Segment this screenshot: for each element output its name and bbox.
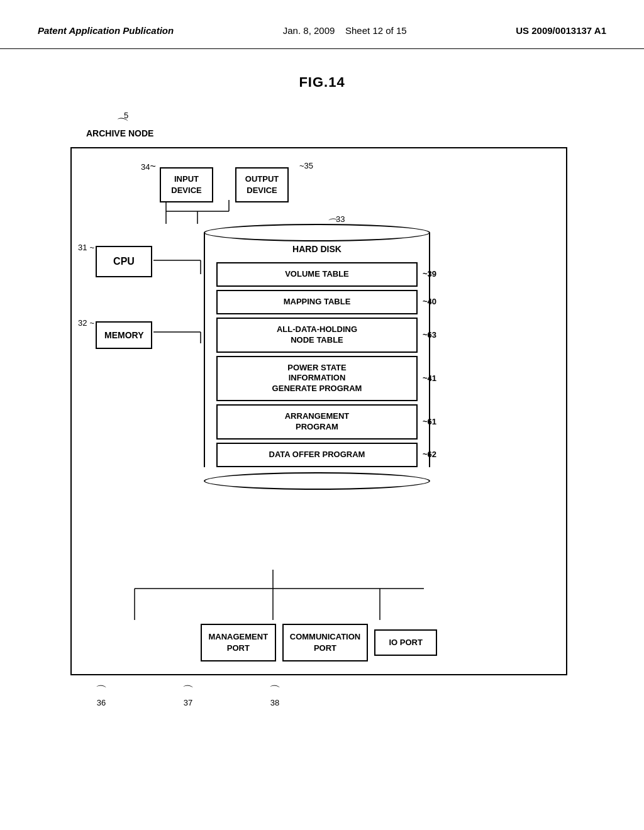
io-port-ref-group: ⌒ 38 [269, 683, 280, 707]
mapping-table-box: MAPPING TABLE ~40 [216, 290, 418, 314]
communication-port-box: COMMUNICATIONPORT [282, 624, 368, 661]
all-data-holding-box: ALL-DATA-HOLDINGNODE TABLE ~63 [216, 318, 418, 353]
output-device-box: OUTPUTDEVICE [235, 167, 289, 202]
page: Patent Application Publication Jan. 8, 2… [0, 0, 644, 830]
header-publication: Patent Application Publication [38, 25, 174, 36]
volume-table-box: VOLUME TABLE ~39 [216, 262, 418, 287]
header: Patent Application Publication Jan. 8, 2… [0, 0, 644, 49]
figure-title: FIG.14 [0, 74, 644, 91]
all-data-holding-ref: ~63 [423, 329, 436, 340]
cpu-box: CPU [96, 246, 152, 277]
arrangement-program-box: ARRANGEMENTPROGRAM ~61 [216, 404, 418, 440]
cpu-ref-label: 31~ [78, 243, 94, 252]
ports-row: MANAGEMENTPORT COMMUNICATIONPORT IO PORT [84, 624, 553, 661]
cylinder-bottom [204, 472, 430, 490]
power-state-ref: ~41 [423, 373, 436, 384]
io-bracket: ⌒ [269, 682, 281, 698]
management-port-box: MANAGEMENTPORT [201, 624, 276, 661]
memory-box: MEMORY [96, 321, 152, 349]
hard-disk-label: HARD DISK [205, 241, 429, 259]
mgmt-port-ref-num: 36 [97, 698, 106, 707]
comm-bracket: ⌒ [182, 682, 194, 698]
header-patent-num: US 2009/0013137 A1 [516, 25, 606, 36]
cylinder-body: HARD DISK VOLUME TABLE ~39 MAPPING TABLE… [204, 233, 430, 467]
comm-port-ref-group: ⌒ 37 [182, 683, 194, 707]
data-offer-program-ref: ~62 [423, 450, 436, 460]
mapping-table-ref: ~40 [423, 297, 436, 307]
input-device-ref-label: 34~ [141, 161, 156, 172]
comm-port-ref-num: 37 [184, 698, 192, 707]
diagram-area: 5 ⌒ ARCHIVE NODE [52, 109, 592, 770]
archive-node-label: ARCHIVE NODE [86, 128, 153, 138]
memory-ref-label: 32~ [78, 318, 94, 328]
data-offer-program-box: DATA OFFER PROGRAM ~62 [216, 443, 418, 467]
input-device-box: INPUTDEVICE [160, 167, 213, 202]
volume-table-ref: ~39 [423, 269, 436, 280]
io-port-box: IO PORT [374, 629, 437, 656]
cylinder-top [204, 224, 430, 241]
outer-box: 34~ INPUTDEVICE OUTPUTDEVICE ~35 33 ⌒ HA… [70, 147, 567, 675]
port-refs-row: ⌒ 36 ⌒ 37 ⌒ 38 [96, 683, 280, 707]
io-port-ref-num: 38 [270, 698, 279, 707]
arrangement-program-ref: ~61 [423, 417, 436, 428]
hard-disk-container: HARD DISK VOLUME TABLE ~39 MAPPING TABLE… [194, 224, 440, 490]
mgmt-bracket: ⌒ [95, 682, 108, 698]
header-date-sheet: Jan. 8, 2009 Sheet 12 of 15 [283, 25, 407, 36]
mgmt-port-ref-group: ⌒ 36 [96, 683, 107, 707]
output-device-ref-label: ~35 [299, 161, 313, 170]
power-state-box: POWER STATEINFORMATIONGENERATE PROGRAM ~… [216, 356, 418, 402]
